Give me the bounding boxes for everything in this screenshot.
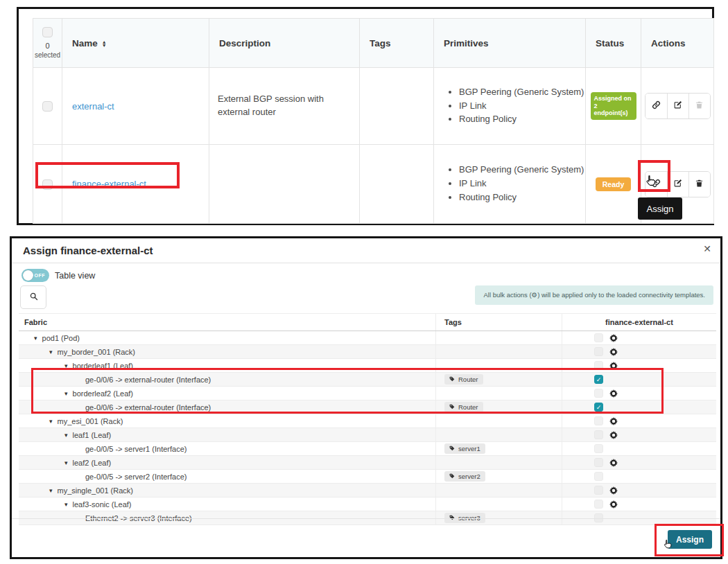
ct-bulk-checkbox[interactable] [594,486,603,495]
collapse-caret-icon[interactable]: ▾ [49,487,53,494]
ct-description: External BGP session with external route… [209,68,360,145]
search-button[interactable] [20,285,46,309]
fabric-tree-table: Fabric Tags finance-external-ct ▾pod1 (P… [19,313,716,525]
ct-name-link[interactable]: external-ct [72,101,114,112]
ct-bulk-checkbox[interactable] [594,333,603,342]
primitive-item: Routing Policy [459,113,585,126]
row-checkbox[interactable] [42,179,53,190]
connectivity-templates-panel: 0 selected Name▲▼ Description Tags Primi… [17,7,714,225]
tree-node-label: leaf3-sonic (Leaf) [73,500,132,509]
ct-bulk-checkbox[interactable] [594,458,603,467]
ct-bulk-checkbox[interactable] [594,416,603,425]
tag-label: Router [458,403,478,411]
column-header-name[interactable]: Name▲▼ [62,19,209,68]
assign-icon-button[interactable] [645,94,667,118]
gear-icon[interactable] [609,486,618,495]
primitives-list: BGP Peering (Generic System)IP LinkRouti… [434,164,585,204]
gear-icon[interactable] [609,431,618,439]
tag-icon [449,445,455,452]
collapse-caret-icon[interactable]: ▾ [34,335,37,342]
trash-icon [695,100,704,112]
tree-node-label: pod1 (Pod) [42,334,80,342]
column-header-tags: Tags [435,314,562,331]
ct-assign-checkbox[interactable] [594,444,603,453]
tree-row-node: ▾my_single_001 (Rack) [19,484,716,497]
column-header-ct: finance-external-ct [562,314,716,331]
gear-icon[interactable] [609,459,618,467]
tree-node-label: ge-0/0/6 -> external-router (Interface) [85,403,211,412]
tree-header-row: Fabric Tags finance-external-ct [19,313,716,331]
toggle-state-label: OFF [35,273,46,278]
ct-name-link[interactable]: finance-external-ct [72,179,146,189]
collapse-caret-icon[interactable]: ▾ [49,349,53,355]
gear-icon[interactable] [609,362,618,370]
screenshot-root: 0 selected Name▲▼ Description Tags Primi… [0,0,728,564]
select-all-checkbox[interactable] [42,27,53,37]
tree-node-label: ge-0/0/5 -> server2 (Interface) [85,473,187,481]
sort-icon[interactable]: ▲▼ [102,40,107,47]
assign-button[interactable]: Assign [668,530,712,549]
ct-bulk-checkbox[interactable] [594,361,603,370]
ct-bulk-checkbox[interactable] [594,430,603,439]
gear-icon[interactable] [609,500,618,509]
tree-row-interface: ge-0/0/6 -> external-router (Interface)R… [19,400,716,414]
ct-tags-cell [360,68,434,145]
tag-icon [449,403,455,411]
delete-icon-button[interactable] [688,94,710,118]
tag-label: server2 [458,473,480,480]
trash-icon [695,179,704,190]
column-header-description: Description [209,19,360,68]
cursor-hand-icon [644,174,657,188]
collapse-caret-icon[interactable]: ▾ [64,459,68,466]
ct-bulk-checkbox[interactable] [594,347,603,356]
column-header-tags: Tags [360,19,434,68]
gear-icon[interactable] [609,389,618,398]
select-all-header: 0 selected [33,19,62,68]
tree-node-label: my_esi_001 (Rack) [58,417,123,425]
ct-assign-checkbox[interactable] [594,472,603,481]
tag-badge: server1 [444,443,485,454]
tag-badge: Router [444,374,483,385]
tag-label: Router [458,376,478,383]
tree-node-label: my_border_001 (Rack) [58,348,136,356]
close-icon[interactable]: ✕ [703,243,711,254]
gear-icon[interactable] [609,334,618,342]
table-view-toggle[interactable]: OFF [21,269,49,282]
ct-bulk-checkbox[interactable] [594,389,603,398]
collapse-caret-icon[interactable]: ▾ [64,362,68,369]
table-view-label: Table view [55,271,95,281]
tree-row-node: ▾my_border_001 (Rack) [19,345,716,359]
edit-icon-button[interactable] [667,94,688,118]
tree-row-interface: ge-0/0/5 -> server1 (Interface)server1 [19,442,716,456]
tree-row-node: ▾leaf1 (Leaf) [19,428,716,442]
gear-icon[interactable] [609,348,618,356]
edit-icon [673,100,682,112]
collapse-caret-icon[interactable]: ▾ [49,418,53,425]
ct-bulk-checkbox[interactable] [594,500,603,509]
selected-label: selected [33,51,62,59]
selected-count: 0 [33,40,62,52]
column-header-primitives: Primitives [434,19,586,68]
column-header-actions: Actions [641,19,714,68]
tag-badge: server2 [444,471,485,482]
tree-node-label: leaf2 (Leaf) [73,459,112,467]
column-header-fabric: Fabric [19,318,435,326]
collapse-caret-icon[interactable]: ▾ [64,432,68,439]
collapse-caret-icon[interactable]: ▾ [64,501,68,508]
footer-divider [12,518,720,519]
tree-node-label: borderleaf2 (Leaf) [73,389,133,398]
collapse-caret-icon[interactable]: ▾ [64,390,68,397]
tree-row-node: ▾leaf2 (Leaf) [19,456,716,470]
link-icon [652,100,661,112]
row-checkbox[interactable] [42,101,53,112]
ct-assign-checkbox[interactable]: ✓ [594,403,603,412]
search-icon [29,292,38,303]
ct-assign-checkbox[interactable]: ✓ [594,375,603,384]
tree-row-node: ▾pod1 (Pod) [19,331,716,345]
tag-icon [449,376,455,383]
gear-icon[interactable] [609,417,618,425]
ct-table-row: external-ctExternal BGP session with ext… [33,68,714,145]
edit-icon-button[interactable] [667,172,688,197]
delete-icon-button[interactable] [688,172,710,197]
ct-tags-cell [360,145,434,224]
